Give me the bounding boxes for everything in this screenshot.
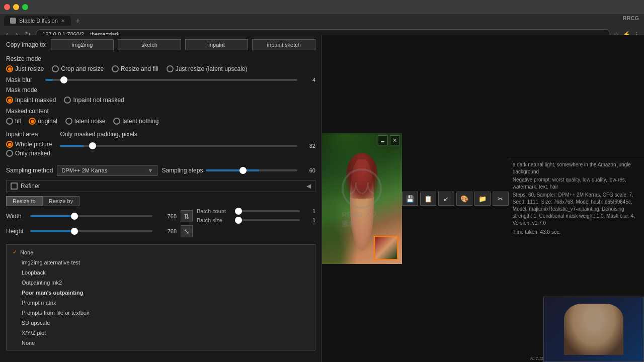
tab-close-icon[interactable]: ✕ [61, 18, 65, 24]
action-buttons-row: 💾 📋 ↙ 🎨 📁 ✂ [402, 190, 509, 208]
sampling-steps-value: 60 [300, 167, 315, 173]
refiner-checkbox[interactable]: Refiner [11, 183, 40, 190]
webcam-overlay [543, 297, 644, 362]
swap-dimensions-button[interactable]: ⇅ [181, 210, 193, 222]
copy-inpaint-sketch-button[interactable]: inpaint sketch [252, 39, 315, 50]
scripts-dropdown: None img2img alternative test Loopback O… [6, 244, 315, 350]
main-layout: Copy image to: img2img sketch inpaint in… [0, 35, 644, 362]
tab-favicon [10, 18, 16, 24]
batch-count-slider[interactable] [235, 210, 300, 212]
browser-tab[interactable]: Stable Diffusion ✕ [4, 16, 71, 26]
inpaint-whole-picture[interactable]: Whole picture [6, 141, 52, 148]
refiner-label: Refiner [21, 183, 40, 190]
mask-inpaint-not-masked-radio[interactable] [64, 97, 71, 104]
copy-sketch-button[interactable]: sketch [118, 39, 181, 50]
copy-to-clipboard-button[interactable]: 📋 [420, 192, 436, 206]
content-original[interactable]: original [29, 118, 57, 125]
copy-inpaint-button[interactable]: inpaint [185, 39, 249, 50]
image-minimize-button[interactable]: 🗕 [378, 135, 388, 145]
resize-tabs: Resize to Resize by [6, 196, 193, 206]
titlebar [0, 0, 644, 14]
content-latent-nothing[interactable]: latent nothing [113, 118, 158, 125]
resize-just-resize[interactable]: Just resize [6, 65, 44, 72]
save-button[interactable]: 💾 [402, 192, 418, 206]
mask-blur-slider[interactable] [45, 79, 297, 81]
content-fill[interactable]: fill [6, 118, 21, 125]
sampling-method-select[interactable]: DPM++ 2M Karras ▼ [57, 165, 157, 176]
script-loopback[interactable]: Loopback [7, 267, 315, 278]
script-none-bottom[interactable]: None [7, 338, 315, 348]
resize-latent[interactable]: Just resize (latent upscale) [167, 65, 248, 72]
script-prompts-file[interactable]: Prompts from file or textbox [7, 308, 315, 318]
image-close-button[interactable]: ✕ [390, 135, 400, 145]
resize-latent-radio[interactable] [167, 65, 174, 72]
masked-content-label: Masked content [6, 108, 315, 115]
send-to-img2img-button[interactable]: ↙ [438, 192, 454, 206]
mask-inpaint-masked[interactable]: Inpaint masked [6, 97, 56, 104]
mask-blur-row: Mask blur 4 [6, 76, 315, 83]
maximize-dot[interactable] [22, 4, 28, 10]
content-latent-noise-radio[interactable] [65, 118, 72, 125]
folder-button[interactable]: 📁 [474, 192, 491, 206]
content-fill-radio[interactable] [6, 118, 13, 125]
width-slider[interactable] [30, 215, 152, 217]
inpaint-whole-picture-radio[interactable] [6, 141, 13, 148]
content-latent-noise[interactable]: latent noise [65, 118, 105, 125]
close-dot[interactable] [4, 4, 10, 10]
rrcg-watermark: RRCG [623, 15, 639, 21]
inpaint-only-masked-radio[interactable] [6, 150, 13, 157]
shrink-icon[interactable]: ⤡ [181, 225, 193, 237]
mask-blur-label: Mask blur [6, 76, 41, 83]
mask-blur-value: 4 [300, 77, 315, 83]
resize-crop-radio[interactable] [52, 65, 59, 72]
script-poor-mans[interactable]: Poor man's outpainting [7, 288, 315, 298]
resize-fill-radio[interactable] [112, 65, 119, 72]
script-outpainting[interactable]: Outpainting mk2 [7, 278, 315, 288]
thumbnail[interactable] [374, 236, 398, 260]
new-tab-button[interactable]: + [73, 17, 83, 25]
resize-crop[interactable]: Crop and resize [52, 65, 104, 72]
inpaint-area-group: Whole picture Only masked [6, 141, 52, 157]
height-row: Height 768 ⤡ [6, 225, 193, 237]
sampling-method-value: DPM++ 2M Karras [61, 167, 107, 173]
paint-button[interactable]: 🎨 [456, 192, 472, 206]
resize-fill[interactable]: Resize and fill [112, 65, 158, 72]
latent-nothing-label: latent nothing [122, 118, 158, 125]
batch-size-slider[interactable] [235, 219, 300, 221]
copy-img2img-button[interactable]: img2img [51, 39, 114, 50]
resize-by-tab[interactable]: Resize by [42, 196, 79, 206]
inpaint-only-masked[interactable]: Only masked [6, 150, 52, 157]
content-original-radio[interactable] [29, 118, 36, 125]
webcam-feed [544, 297, 643, 361]
mask-inpaint-masked-radio[interactable] [6, 97, 13, 104]
minimize-dot[interactable] [13, 4, 19, 10]
height-slider[interactable] [30, 230, 152, 232]
script-none-checked[interactable]: None [7, 247, 315, 257]
padding-label: Only masked padding, pixels [60, 131, 315, 138]
resize-just-resize-radio[interactable] [6, 65, 13, 72]
copy-image-row: Copy image to: img2img sketch inpaint in… [6, 39, 315, 50]
refiner-toggle-icon[interactable]: ◀ [306, 183, 311, 190]
script-prompt-matrix[interactable]: Prompt matrix [7, 298, 315, 308]
mask-mode-label: Mask mode [6, 86, 315, 94]
resize-mode-group: Just resize Crop and resize Resize and f… [6, 65, 315, 72]
script-xyz-plot[interactable]: X/Y/Z plot [7, 328, 315, 338]
generated-image: 人人 RRCG 人人素材 🗕 ✕ [322, 133, 402, 264]
tab-title: Stable Diffusion [19, 18, 58, 24]
tab-bar: Stable Diffusion ✕ + [0, 14, 644, 27]
select-arrow-icon: ▼ [148, 167, 153, 173]
prompt-text: a dark natural light, somewhere in the A… [513, 161, 640, 175]
padding-slider[interactable] [60, 145, 297, 147]
resize-to-tab[interactable]: Resize to [6, 196, 42, 206]
webcam-person [564, 304, 624, 355]
content-latent-nothing-radio[interactable] [113, 118, 120, 125]
script-img2img-alt[interactable]: img2img alternative test [7, 257, 315, 267]
scissors-button[interactable]: ✂ [493, 192, 509, 206]
sampling-steps-slider[interactable] [206, 169, 297, 171]
script-sd-upscale[interactable]: SD upscale [7, 318, 315, 328]
thumbnail-strip [374, 236, 398, 260]
time-taken-text: Time taken: 43.0 sec. [513, 229, 640, 236]
info-section: a dark natural light, somewhere in the A… [509, 158, 644, 240]
mask-inpaint-not-masked[interactable]: Inpaint not masked [64, 97, 124, 104]
refiner-checkbox-box[interactable] [11, 183, 18, 190]
